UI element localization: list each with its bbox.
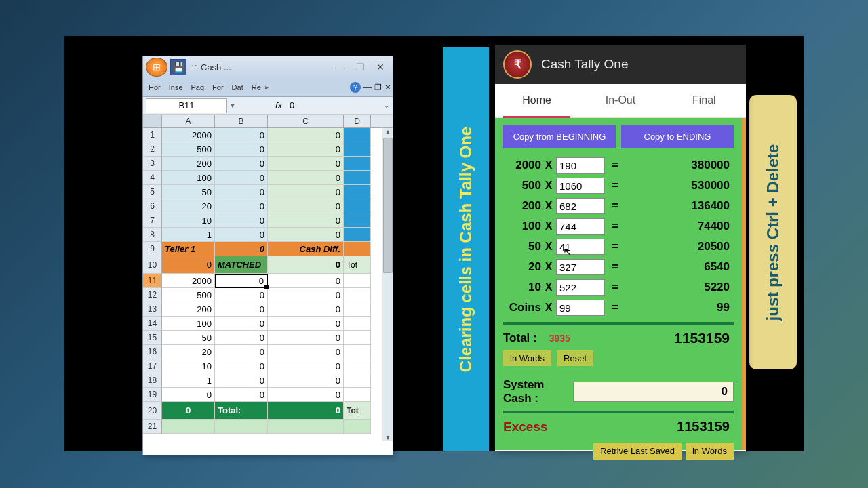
cell[interactable]: Teller 1	[162, 242, 215, 256]
cell[interactable]	[344, 359, 371, 373]
cell[interactable]: 20	[162, 199, 215, 214]
cell[interactable]: 0	[268, 345, 344, 359]
cell[interactable]	[344, 331, 371, 345]
workbook-close-icon[interactable]: ✕	[384, 83, 391, 92]
ribbon-tab-review[interactable]: Re	[248, 81, 265, 94]
row-header[interactable]: 17	[143, 359, 162, 373]
retrieve-last-saved-button[interactable]: Retrive Last Saved	[593, 443, 682, 460]
cell[interactable]: 0	[215, 214, 268, 228]
row-header[interactable]: 13	[143, 302, 162, 317]
col-header-a[interactable]: A	[162, 115, 215, 127]
cell[interactable]: 0	[215, 288, 268, 302]
cell[interactable]: 20	[162, 345, 215, 359]
cell[interactable]: 0	[268, 157, 344, 171]
cell[interactable]: 2000	[162, 128, 215, 142]
cell[interactable]	[344, 420, 371, 434]
cell[interactable]: 0	[268, 331, 344, 345]
cell[interactable]: Tot	[344, 256, 371, 274]
cell[interactable]: 10	[162, 214, 215, 228]
row-header[interactable]: 18	[143, 373, 162, 388]
denom-count-input[interactable]	[556, 239, 605, 255]
cell[interactable]: 0	[268, 388, 344, 402]
cell[interactable]: 0	[268, 317, 344, 331]
cell[interactable]	[344, 373, 371, 388]
ribbon-tab-home[interactable]: Hor	[144, 81, 165, 94]
maximize-button[interactable]: ☐	[351, 60, 370, 75]
name-box[interactable]: B11	[146, 98, 227, 113]
cell[interactable]: 1	[162, 373, 215, 388]
cell[interactable]	[268, 420, 344, 434]
row-header[interactable]: 2	[143, 142, 162, 157]
cell[interactable]: 0	[215, 274, 268, 288]
in-words-button-2[interactable]: in Words	[686, 443, 734, 460]
cell[interactable]: 0	[215, 388, 268, 402]
cell[interactable]: 0	[215, 142, 268, 157]
cell[interactable]: 0	[215, 345, 268, 359]
row-header[interactable]: 4	[143, 171, 162, 185]
in-words-button[interactable]: in Words	[503, 350, 551, 366]
cell[interactable]: 10	[162, 359, 215, 373]
row-header[interactable]: 9	[143, 242, 162, 256]
cell[interactable]	[344, 128, 371, 142]
cell[interactable]: 0	[162, 402, 215, 420]
save-icon[interactable]: 💾	[170, 59, 186, 75]
cell[interactable]: 500	[162, 288, 215, 302]
row-header[interactable]: 5	[143, 185, 162, 199]
cell[interactable]: 0	[268, 288, 344, 302]
cell[interactable]	[344, 288, 371, 302]
cell[interactable]: 0	[215, 171, 268, 185]
cell[interactable]: 0	[268, 185, 344, 199]
system-cash-input[interactable]	[573, 382, 734, 402]
row-header[interactable]: 1	[143, 128, 162, 142]
ribbon-tab-insert[interactable]: Inse	[165, 81, 187, 94]
ribbon-tab-data[interactable]: Dat	[228, 81, 248, 94]
cell[interactable]: 0	[215, 199, 268, 214]
cell[interactable]: 0	[268, 359, 344, 373]
denom-count-input[interactable]	[556, 198, 605, 214]
row-header[interactable]: 15	[143, 331, 162, 345]
cell[interactable]: 0	[268, 373, 344, 388]
cell[interactable]: Total:	[215, 402, 268, 420]
help-icon[interactable]: ?	[350, 82, 361, 93]
cell[interactable]: 100	[162, 317, 215, 331]
cell[interactable]: 0	[268, 274, 344, 288]
cell[interactable]: 0	[215, 331, 268, 345]
row-header[interactable]: 6	[143, 199, 162, 214]
close-button[interactable]: ✕	[371, 60, 390, 75]
cell[interactable]: 0	[268, 302, 344, 317]
cell[interactable]: 0	[215, 242, 268, 256]
cell[interactable]: MATCHED	[215, 256, 268, 274]
row-header[interactable]: 10	[143, 256, 162, 274]
cell[interactable]: 0	[268, 128, 344, 142]
denom-count-input[interactable]	[556, 259, 605, 275]
copy-to-ending-button[interactable]: Copy to ENDING	[621, 125, 734, 148]
cell[interactable]	[344, 142, 371, 157]
cell[interactable]: 0	[215, 128, 268, 142]
reset-button[interactable]: Reset	[557, 350, 593, 366]
row-header[interactable]: 14	[143, 317, 162, 331]
denom-count-input[interactable]	[556, 178, 605, 194]
ribbon-tab-page[interactable]: Pag	[187, 81, 209, 94]
cell[interactable]: 0	[215, 302, 268, 317]
denom-count-input[interactable]	[556, 300, 605, 316]
copy-from-beginning-button[interactable]: Copy from BEGINNING	[503, 125, 616, 148]
cell[interactable]: 50	[162, 185, 215, 199]
row-header[interactable]: 7	[143, 214, 162, 228]
denom-count-input[interactable]	[556, 218, 605, 235]
cell[interactable]	[344, 171, 371, 185]
cell[interactable]: 2000	[162, 274, 215, 288]
denom-count-input[interactable]	[556, 157, 605, 174]
cell[interactable]: 50	[162, 331, 215, 345]
cell[interactable]: Cash Diff.	[268, 242, 344, 256]
cell[interactable]: 1	[162, 228, 215, 242]
cell[interactable]	[215, 420, 268, 434]
row-header[interactable]: 12	[143, 288, 162, 302]
tab-inout[interactable]: In-Out	[578, 84, 662, 117]
select-all-corner[interactable]	[143, 115, 162, 127]
cell[interactable]	[344, 157, 371, 171]
row-header[interactable]: 11	[143, 274, 162, 288]
cell[interactable]: 0	[268, 214, 344, 228]
cell[interactable]	[344, 388, 371, 402]
cell[interactable]: 500	[162, 142, 215, 157]
cell[interactable]: 0	[268, 171, 344, 185]
